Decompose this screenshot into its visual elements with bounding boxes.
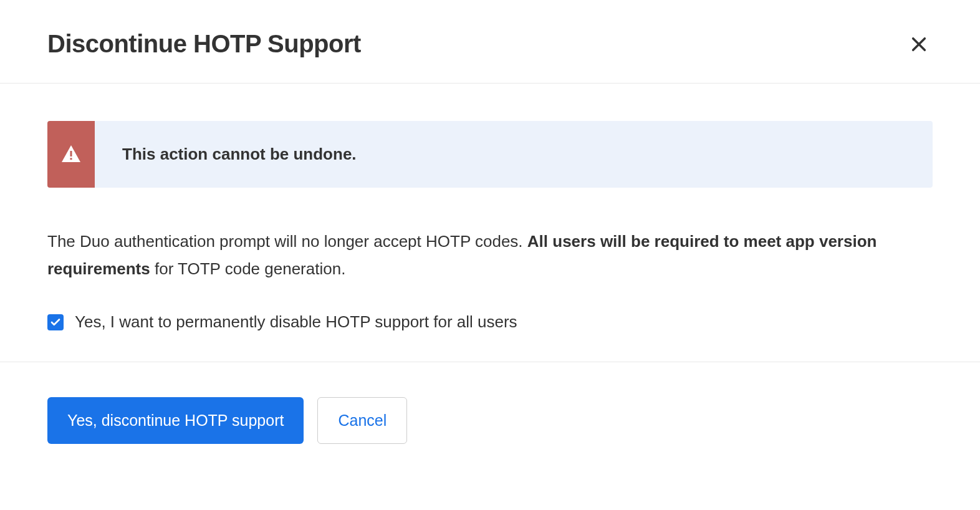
modal-header: Discontinue HOTP Support [0,0,980,84]
description-text: The Duo authentication prompt will no lo… [47,228,933,282]
warning-alert: This action cannot be undone. [47,121,933,188]
discontinue-hotp-modal: Discontinue HOTP Support This action can… [0,0,980,479]
description-part1: The Duo authentication prompt will no lo… [47,232,527,251]
alert-icon-wrap [47,121,95,188]
confirm-button[interactable]: Yes, discontinue HOTP support [47,397,304,444]
svg-rect-2 [70,151,72,156]
checkmark-icon [50,317,61,328]
modal-body: This action cannot be undone. The Duo au… [0,84,980,362]
svg-rect-3 [70,158,72,160]
cancel-button[interactable]: Cancel [317,397,407,444]
close-button[interactable] [905,31,933,58]
close-icon [910,36,928,53]
warning-triangle-icon [60,143,82,166]
modal-footer: Yes, discontinue HOTP support Cancel [0,362,980,479]
confirm-checkbox-label[interactable]: Yes, I want to permanently disable HOTP … [75,312,517,332]
alert-message: This action cannot be undone. [95,121,384,188]
description-part2: for TOTP code generation. [150,259,346,278]
confirm-checkbox[interactable] [47,314,64,330]
modal-title: Discontinue HOTP Support [47,30,361,58]
confirm-checkbox-row: Yes, I want to permanently disable HOTP … [47,312,933,332]
